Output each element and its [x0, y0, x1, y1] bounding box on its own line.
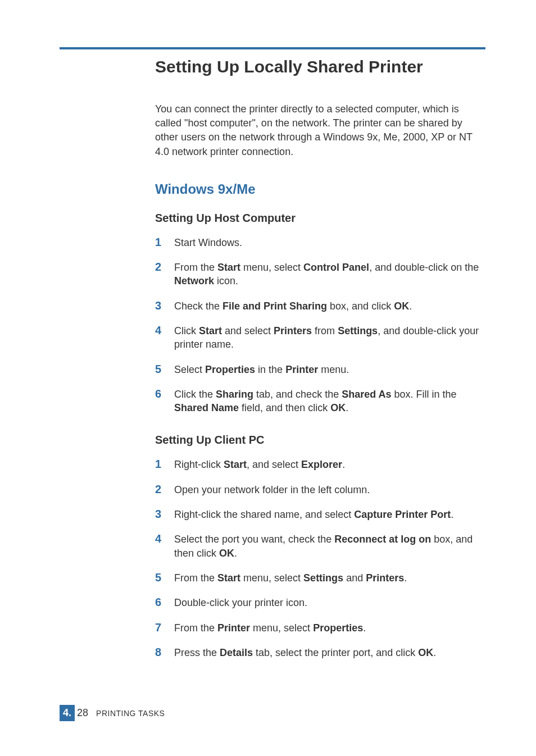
step-text: Right-click [174, 459, 224, 470]
list-item: 3 Check the File and Print Sharing box, … [155, 299, 485, 313]
step-text: From the [174, 572, 217, 584]
bold-text: Settings [303, 572, 343, 584]
step-text: Open your network folder in the left col… [174, 484, 370, 495]
step-text: From the [174, 262, 217, 273]
step-number: 1 [155, 457, 169, 472]
step-text: . [234, 548, 237, 559]
step-text: . [363, 622, 366, 634]
step-text: . [404, 572, 407, 584]
page: Setting Up Locally Shared Printer You ca… [0, 0, 536, 756]
step-text: in the [255, 364, 285, 375]
step-number: 5 [155, 362, 169, 377]
page-title: Setting Up Locally Shared Printer [155, 57, 485, 76]
step-number: 2 [155, 259, 169, 275]
step-text: menu, select [240, 572, 303, 584]
bold-text: Start [199, 325, 222, 336]
step-text: Double-click your printer icon. [174, 597, 307, 608]
step-text: Select [174, 364, 205, 375]
bold-text: Start [217, 262, 240, 273]
step-text: box. Fill in the [392, 389, 457, 400]
client-steps-list: 1 Right-click Start, and select Explorer… [155, 458, 485, 659]
step-text: icon. [214, 275, 238, 286]
step-text: Check the [174, 300, 222, 312]
bold-text: Start [224, 459, 247, 470]
host-steps-list: 1 Start Windows. 2 From the Start menu, … [155, 236, 485, 415]
bold-text: OK [219, 548, 234, 559]
bold-text: Shared Name [174, 402, 239, 413]
step-number: 4 [155, 323, 169, 338]
bold-text: OK [418, 647, 433, 658]
bold-text: File and Print Sharing [222, 300, 327, 312]
step-text: menu, select [240, 262, 303, 273]
chapter-number-box: 4. [60, 705, 75, 721]
footer-label: PRINTING TASKS [96, 709, 165, 718]
step-number: 4 [155, 531, 169, 546]
list-item: 6 Double-click your printer icon. [155, 596, 485, 609]
list-item: 4 Click Start and select Printers from S… [155, 324, 485, 352]
list-item: 1 Start Windows. [155, 236, 485, 249]
horizontal-rule [60, 47, 485, 51]
step-number: 2 [155, 482, 169, 497]
bold-text: OK [330, 402, 346, 413]
step-number: 7 [155, 620, 169, 635]
bold-text: Reconnect at log on [334, 534, 431, 545]
step-text: . [342, 459, 345, 470]
step-text: Right-click the shared name, and select [174, 509, 354, 520]
list-item: 5 From the Start menu, select Settings a… [155, 571, 485, 585]
list-item: 6 Click the Sharing tab, and check the S… [155, 388, 485, 415]
step-text: . [346, 402, 348, 413]
step-text: menu. [318, 364, 349, 375]
section-heading-windows-9x-me: Windows 9x/Me [155, 181, 485, 197]
bold-text: Details [220, 647, 253, 658]
bold-text: Printers [274, 325, 312, 336]
list-item: 4 Select the port you want, check the Re… [155, 532, 485, 560]
bold-text: Start [217, 572, 240, 584]
step-text: field, and then click [239, 402, 330, 413]
list-item: 2 Open your network folder in the left c… [155, 483, 485, 497]
intro-paragraph: You can connect the printer directly to … [155, 102, 485, 159]
bold-text: Explorer [301, 459, 342, 470]
step-text: tab, and check the [253, 389, 342, 400]
step-text: Select the port you want, check the [174, 534, 334, 545]
page-footer: 4.28 PRINTING TASKS [60, 705, 165, 721]
step-text: Click [174, 325, 199, 336]
bold-text: Printer [285, 364, 318, 375]
step-number: 5 [155, 570, 169, 585]
step-text: Click the [174, 389, 216, 400]
bold-text: Printers [366, 572, 404, 584]
step-text: and select [222, 325, 274, 336]
step-text: , and double-click on the [369, 262, 479, 273]
list-item: 7 From the Printer menu, select Properti… [155, 621, 485, 635]
bold-text: Control Panel [303, 262, 369, 273]
step-number: 1 [155, 235, 169, 250]
list-item: 1 Right-click Start, and select Explorer… [155, 458, 485, 471]
bold-text: Properties [313, 622, 363, 634]
step-number: 3 [155, 507, 169, 522]
bold-text: OK [394, 300, 409, 312]
bold-text: Capture Printer Port [354, 509, 451, 520]
step-text: Press the [174, 647, 220, 658]
list-item: 8 Press the Details tab, select the prin… [155, 646, 485, 659]
step-text: , and select [247, 459, 301, 470]
step-text: . [409, 300, 412, 312]
step-text: Start Windows. [174, 237, 242, 248]
bold-text: Network [174, 275, 214, 286]
list-item: 2 From the Start menu, select Control Pa… [155, 261, 485, 288]
step-text: box, and click [327, 300, 394, 312]
step-number: 8 [155, 645, 169, 660]
subsection-heading-client: Setting Up Client PC [155, 434, 485, 447]
step-text: . [451, 509, 453, 520]
list-item: 3 Right-click the shared name, and selec… [155, 508, 485, 521]
step-text: menu, select [250, 622, 313, 634]
subsection-heading-host: Setting Up Host Computer [155, 212, 485, 225]
step-text: tab, select the printer port, and click [253, 647, 418, 658]
step-number: 6 [155, 386, 169, 402]
bold-text: Properties [205, 364, 255, 375]
page-number: 28 [77, 707, 88, 719]
step-text: . [433, 647, 436, 658]
step-text: and [343, 572, 366, 584]
step-text: From the [174, 622, 217, 634]
step-number: 3 [155, 298, 169, 313]
bold-text: Shared As [342, 389, 391, 400]
bold-text: Printer [217, 622, 250, 634]
